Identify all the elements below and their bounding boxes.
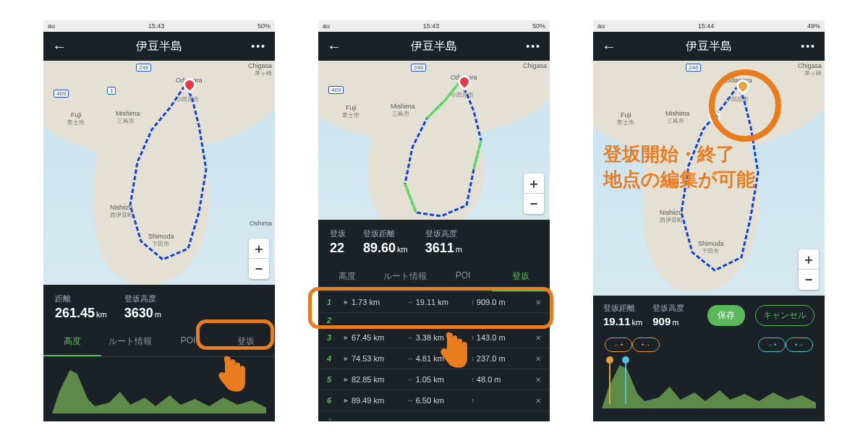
more-icon[interactable]: ••• (526, 40, 541, 52)
stat-elevation: 登坂高度 3630m (124, 293, 161, 321)
delete-icon[interactable]: ✕ (535, 397, 541, 405)
play-icon: ► (343, 299, 349, 306)
climb-elev: 48.0 m (477, 375, 501, 384)
stat-unit: m (672, 318, 678, 327)
more-icon[interactable]: ••• (251, 40, 266, 52)
slide-left-end-button[interactable]: ←• (758, 338, 786, 352)
map-label-jp: 三島市 (667, 117, 684, 125)
elev-icon: ↕ (471, 299, 475, 306)
carrier: au (323, 22, 330, 30)
play-icon: ► (343, 334, 349, 341)
elevation-chart[interactable] (593, 352, 825, 414)
stat-value: 22 (330, 241, 344, 255)
map-label-jp: 茅ヶ崎 (804, 69, 822, 77)
phone-screen-1: au 15:43 50% ← 伊豆半島 ••• Chigasa 茅ヶ崎 Odaw… (43, 20, 275, 421)
stat-label: 登坂高度 (124, 293, 161, 304)
climb-length: 4.81 km (416, 354, 444, 363)
slide-right-start-button[interactable]: •→ (632, 338, 660, 352)
map-label-jp: 下田市 (702, 247, 719, 255)
climb-row[interactable]: 3 ►67.45 km ↔3.38 km ↕143.0 m ✕ (318, 327, 550, 348)
length-icon: ↔ (407, 355, 414, 362)
stats-row: 登坂 22 登坂距離 89.60km 登坂高度 3611m (318, 220, 550, 263)
climb-row[interactable]: 1 ►1.73 km ↔19.11 km ↕909.0 m ✕ (318, 292, 550, 313)
climb-index: 6 (327, 396, 337, 405)
climb-row[interactable]: 5 ►82.85 km ↔1.05 km ↕48.0 m ✕ (318, 369, 550, 390)
route-badge: 246 (136, 64, 151, 72)
stat-label: 登坂距離 (363, 228, 408, 239)
climb-elev: 237.0 m (477, 354, 506, 363)
climb-start: 89.49 km (352, 396, 384, 405)
tab-poi[interactable]: POI (159, 328, 217, 356)
climb-row[interactable]: 2 (318, 313, 550, 327)
climb-start: 74.53 km (352, 354, 384, 363)
tab-route-info[interactable]: ルート情報 (376, 263, 434, 291)
chart-end-marker[interactable] (622, 356, 629, 364)
zoom-in-button[interactable]: ＋ (249, 239, 269, 259)
stat-value: 909 (652, 315, 671, 327)
stat-label: 登坂高度 (425, 228, 462, 239)
carrier: au (597, 22, 605, 30)
zoom-out-button[interactable]: − (249, 259, 269, 279)
stat-climb-elevation: 登坂高度 909m (652, 303, 684, 327)
stat-label: 登坂 (330, 228, 346, 239)
elev-icon: ↕ (471, 397, 475, 404)
cancel-button[interactable]: キャンセル (755, 305, 814, 326)
climb-row[interactable]: 6 ►89.49 km ↔6.50 km ↕ ✕ (318, 390, 550, 411)
phone-screen-3: au 15:44 49% ← 伊豆半島 ••• Chigasa 茅ヶ崎 Odaw… (593, 20, 825, 421)
back-icon[interactable]: ← (52, 38, 67, 55)
back-icon[interactable]: ← (602, 38, 616, 55)
climb-list[interactable]: 1 ►1.73 km ↔19.11 km ↕909.0 m ✕ 2 3 ►67.… (318, 292, 550, 421)
elev-icon: ↕ (471, 334, 475, 341)
map-label: Chigasa (523, 62, 547, 69)
zoom-in-button[interactable]: ＋ (799, 249, 819, 270)
status-time: 15:44 (698, 22, 715, 30)
page-title: 伊豆半島 (136, 39, 182, 54)
chart-start-marker[interactable] (606, 356, 613, 364)
tab-bar: 高度 ルート情報 POI 登坂 (43, 328, 275, 357)
map-view[interactable]: Chigasa Odawara 小田原市 Fuji 富士市 Mishima 三島… (318, 61, 550, 220)
play-icon: ► (343, 355, 349, 362)
app-header: ← 伊豆半島 ••• (43, 32, 275, 61)
length-icon: ↔ (407, 334, 414, 341)
delete-icon[interactable]: ✕ (535, 334, 541, 342)
tab-route-info[interactable]: ルート情報 (101, 328, 159, 356)
map-label-jp: 富士市 (342, 111, 359, 119)
delete-icon[interactable]: ✕ (535, 299, 541, 306)
zoom-out-button[interactable]: − (524, 194, 544, 214)
back-icon[interactable]: ← (327, 38, 341, 55)
climb-row[interactable]: 7 (318, 411, 550, 421)
climb-length: 6.50 km (416, 396, 444, 405)
stat-climb-count: 登坂 22 (330, 228, 346, 256)
map-label-jp: 富士市 (617, 119, 634, 126)
page-title: 伊豆半島 (411, 39, 457, 54)
delete-icon[interactable]: ✕ (535, 355, 541, 363)
map-label-jp: 富士市 (67, 119, 85, 126)
save-button[interactable]: 保存 (707, 305, 745, 326)
stat-climb-distance: 登坂距離 19.11km (603, 303, 642, 327)
climb-elev: 909.0 m (477, 298, 506, 306)
status-bar: au 15:44 49% (593, 20, 825, 32)
map-view[interactable]: Chigasa 茅ヶ崎 Odawara 小田原市 Fuji 富士市 Mishim… (43, 61, 275, 285)
app-header: ← 伊豆半島 ••• (593, 32, 825, 61)
page-title: 伊豆半島 (686, 39, 732, 54)
slide-left-start-button[interactable]: ←• (605, 338, 632, 352)
elevation-chart (43, 357, 275, 421)
tab-altitude[interactable]: 高度 (43, 328, 101, 356)
status-time: 15:43 (148, 22, 165, 30)
tab-poi[interactable]: POI (434, 263, 492, 291)
map-pin-end-icon[interactable] (709, 111, 720, 123)
slide-right-end-button[interactable]: •→ (786, 338, 813, 352)
delete-icon[interactable]: ✕ (535, 376, 541, 384)
edit-bar: 登坂距離 19.11km 登坂高度 909m 保存 キャンセル (593, 296, 825, 335)
tab-climb[interactable]: 登坂 (217, 328, 275, 356)
more-icon[interactable]: ••• (801, 40, 816, 52)
map-view[interactable]: Chigasa 茅ヶ崎 Odawara 小田原市 Fuji 富士市 Mishim… (593, 61, 825, 296)
tab-altitude[interactable]: 高度 (318, 263, 376, 291)
climb-row[interactable]: 4 ►74.53 km ↔4.81 km ↕237.0 m ✕ (318, 348, 550, 369)
tab-climb[interactable]: 登坂 (492, 263, 550, 291)
climb-length: 3.38 km (416, 333, 444, 342)
zoom-out-button[interactable]: − (799, 270, 819, 290)
zoom-in-button[interactable]: ＋ (524, 173, 544, 194)
map-label-jp: 西伊豆町 (660, 216, 683, 224)
climb-index: 1 (327, 298, 337, 306)
